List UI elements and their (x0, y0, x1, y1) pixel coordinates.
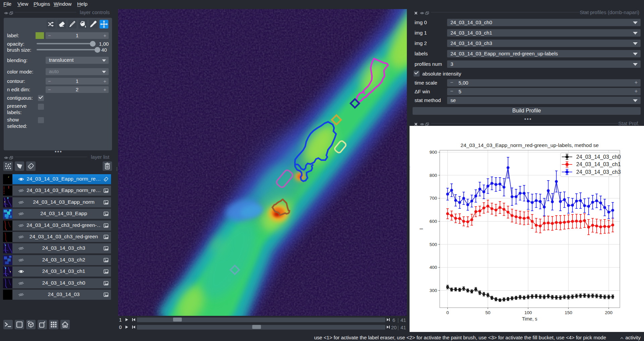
svg-text:24_03_14_03_ch0: 24_03_14_03_ch0 (576, 154, 621, 160)
svg-text:150: 150 (565, 310, 572, 315)
svg-text:100: 100 (524, 310, 532, 315)
svg-text:200: 200 (605, 310, 613, 315)
svg-text:Time, s: Time, s (522, 316, 537, 322)
svg-text:24_03_14_03_ch1: 24_03_14_03_ch1 (576, 161, 621, 167)
svg-text:600: 600 (429, 219, 437, 224)
svg-text:24_03_14_03_Eapp_norm_red-gree: 24_03_14_03_Eapp_norm_red-green_up-label… (461, 142, 599, 148)
svg-text:700: 700 (429, 196, 437, 201)
svg-text:400: 400 (429, 265, 437, 270)
svg-text:24_03_14_03_ch3: 24_03_14_03_ch3 (576, 169, 621, 175)
svg-text:800: 800 (429, 173, 437, 178)
svg-text:300: 300 (429, 288, 437, 293)
svg-text:I: I (419, 228, 424, 230)
svg-text:50: 50 (485, 310, 490, 315)
svg-text:900: 900 (429, 150, 437, 155)
svg-text:500: 500 (429, 242, 437, 247)
svg-text:0: 0 (446, 310, 449, 315)
